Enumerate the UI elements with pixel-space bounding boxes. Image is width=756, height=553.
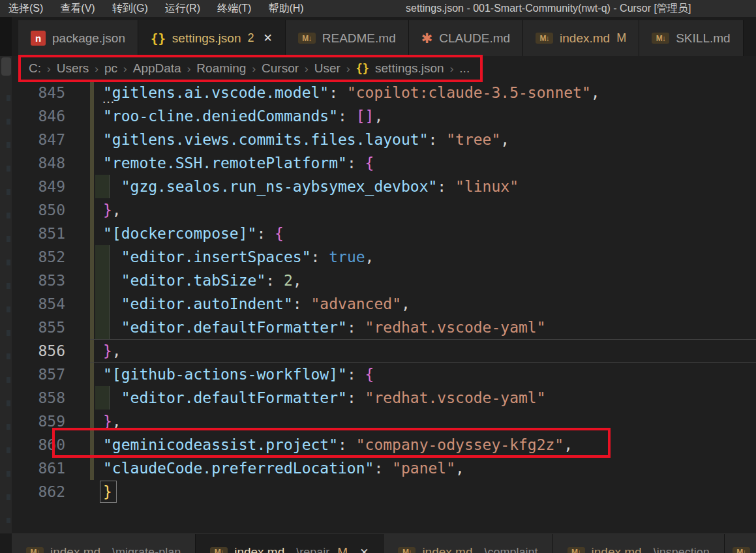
chevron-right-icon: ›	[450, 62, 454, 76]
chevron-right-icon: ›	[123, 62, 127, 76]
code-token: "gitlens.views.commits.files.layout"	[103, 131, 429, 148]
code-text: "claudeCode.preferredLocation": "panel",	[103, 456, 464, 480]
menu-item[interactable]: 帮助(H)	[260, 2, 312, 16]
markdown-file-icon: M↓	[567, 547, 585, 553]
code-token: "editor.insertSpaces"	[121, 248, 311, 265]
tab-label: index.md	[50, 545, 100, 553]
line-number: 848	[12, 151, 65, 175]
tab-label: package.json	[52, 31, 125, 46]
breadcrumb-overflow[interactable]: ...	[459, 61, 470, 76]
editor-tab[interactable]: M↓index.mdM	[523, 20, 639, 56]
window-title: settings.json - 001-Smart-Community(nwt-…	[406, 0, 691, 17]
editor-tab[interactable]: npackage.json	[18, 20, 138, 56]
markdown-file-icon: M↓	[26, 547, 44, 553]
menu-item[interactable]: 选择(S)	[0, 2, 52, 16]
code-text: "gitlens.ai.vscode.model": "copilot:clau…	[103, 81, 600, 104]
line-number: 850	[12, 198, 65, 222]
left-strip-tab-zone	[0, 17, 12, 56]
code-token: "copilot:claude-3.5-sonnet"	[347, 84, 591, 101]
markdown-file-icon: M↓	[298, 33, 316, 44]
code-text: "editor.insertSpaces": true,	[103, 245, 374, 269]
bottom-editor-tab[interactable]: M↓index.md\inspection	[553, 534, 725, 553]
tab-path-suffix: \migrate-plan	[112, 546, 181, 553]
code-line: 859},	[12, 410, 756, 433]
code-text: "editor.tabSize": 2,	[103, 269, 302, 292]
close-icon[interactable]: ✕	[359, 546, 369, 553]
code-editor[interactable]: 845"gitlens.ai.vscode.model": "copilot:c…	[0, 81, 756, 533]
code-text: },	[103, 339, 121, 363]
breadcrumb-item[interactable]: Roaming	[196, 61, 246, 76]
markdown-file-icon: M↓	[536, 33, 553, 44]
breadcrumb-item-file[interactable]: settings.json	[375, 61, 444, 76]
menu-item[interactable]: 运行(R)	[157, 2, 209, 16]
code-token: :	[374, 460, 392, 477]
left-strip-marks	[7, 95, 10, 523]
code-token: ,	[500, 131, 509, 148]
code-text: "editor.defaultFormatter": "redhat.vscod…	[103, 386, 546, 410]
code-token: :	[347, 155, 365, 172]
left-strip-highlight	[1, 57, 11, 76]
code-line: 861"claudeCode.preferredLocation": "pane…	[12, 456, 756, 480]
tab-label: index.md	[234, 545, 284, 553]
code-line: 858 "editor.defaultFormatter": "redhat.v…	[12, 386, 756, 410]
code-line: 862}	[12, 480, 756, 503]
cropped-left-panel-edge	[0, 17, 12, 553]
close-icon[interactable]: ✕	[264, 31, 273, 45]
markdown-file-icon: M↓	[652, 33, 669, 44]
code-token: :	[347, 389, 365, 406]
code-line: 845"gitlens.ai.vscode.model": "copilot:c…	[12, 81, 756, 104]
tab-path-suffix: \repair	[296, 546, 329, 553]
line-number: 853	[12, 269, 65, 292]
bottom-editor-tab[interactable]: M↓index.md\migrate-plan	[12, 534, 196, 553]
breadcrumb-item[interactable]: C:	[29, 61, 41, 76]
code-token: "editor.autoIndent"	[121, 295, 293, 312]
line-number: 847	[12, 128, 65, 151]
bottom-editor-tab[interactable]: M↓index.md\repairM✕	[196, 534, 384, 553]
line-number: 851	[12, 222, 65, 245]
code-token: "roo-cline.deniedCommands"	[103, 108, 338, 125]
tab-label: index.md	[592, 545, 642, 553]
code-token: "[github-actions-workflow]"	[103, 366, 347, 383]
breadcrumb-item[interactable]: Cursor	[262, 61, 299, 76]
code-token: "editor.defaultFormatter"	[121, 319, 347, 336]
tab-modified-badge: M	[616, 31, 626, 45]
menu-item[interactable]: 查看(V)	[52, 2, 103, 16]
tab-path-suffix: \inspection	[654, 546, 710, 553]
code-text: "remote.SSH.remotePlatform": {	[103, 151, 374, 175]
breadcrumb-item[interactable]: AppData	[133, 61, 181, 76]
editor-tab[interactable]: M↓SKILL.md	[639, 20, 743, 56]
menu-item[interactable]: 终端(T)	[209, 2, 260, 16]
code-token: ,	[112, 202, 121, 218]
editor-tab[interactable]: {}settings.json2✕	[138, 20, 286, 56]
code-token: :	[329, 84, 347, 101]
code-token: :	[311, 248, 329, 265]
line-number: 861	[12, 456, 65, 480]
editor-tab[interactable]: ✱CLAUDE.md	[409, 20, 523, 56]
code-token: ,	[112, 342, 121, 359]
line-number: 846	[12, 104, 65, 128]
code-token: "advanced"	[311, 295, 401, 312]
tab-path-suffix: \complaint	[484, 546, 537, 553]
code-line: 846"roo-cline.deniedCommands": [],	[12, 104, 756, 128]
bottom-editor-tab[interactable]: M↓index.md\complaint	[384, 534, 552, 553]
editor-tab[interactable]: M↓README.md	[286, 20, 409, 56]
code-line: 857"[github-actions-workflow]": {	[12, 363, 756, 386]
breadcrumb-item[interactable]: pc	[104, 61, 117, 76]
cursor-window: 选择(S)查看(V)转到(G)运行(R)终端(T)帮助(H) settings.…	[0, 0, 756, 553]
breadcrumb-item[interactable]: Users	[57, 61, 89, 76]
code-token: "company-odyssey-kfg2z"	[356, 436, 564, 453]
indent-space	[103, 272, 121, 289]
code-token: :	[437, 178, 455, 195]
code-token: []	[356, 108, 374, 125]
indent-space	[103, 389, 121, 406]
bottom-editor-tab[interactable]: M↓	[725, 534, 756, 553]
line-number: 849	[12, 175, 65, 198]
breadcrumb-item[interactable]: User	[314, 61, 340, 76]
line-number: 860	[12, 433, 65, 456]
tab-label: CLAUDE.md	[439, 31, 510, 46]
line-number: 858	[12, 386, 65, 410]
code-line: 850},	[12, 198, 756, 222]
menu-item[interactable]: 转到(G)	[104, 2, 157, 16]
code-token: "linux"	[455, 178, 519, 195]
code-text: "roo-cline.deniedCommands": [],	[103, 104, 383, 128]
